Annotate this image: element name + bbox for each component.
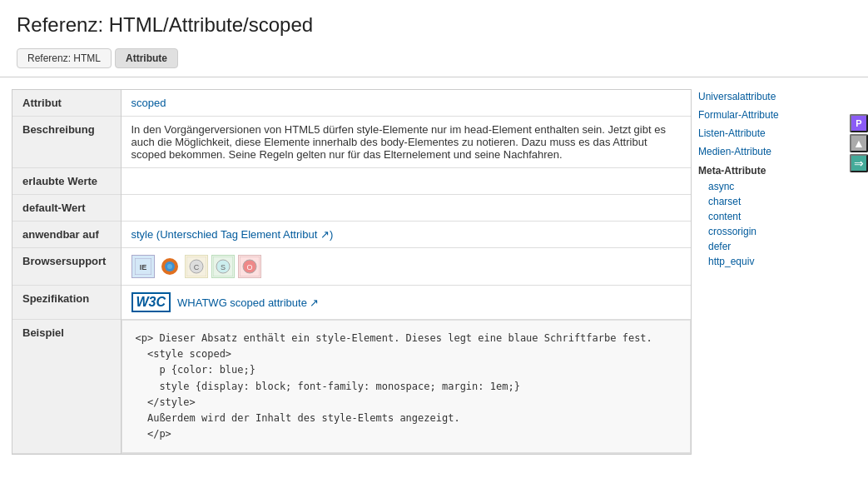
chrome-icon: C <box>185 255 208 278</box>
table-row-werte: erlaubte Werte <box>12 168 691 195</box>
attribute-table: Attribut scoped Beschreibung In den Vorg… <box>12 90 691 454</box>
label-browser: Browsersupport <box>12 248 121 286</box>
table-row-beispiel: Beispiel <p> Dieser Absatz enthält ein s… <box>12 320 691 454</box>
arrow-button[interactable]: ⇒ <box>850 154 868 172</box>
sidebar-sub-async[interactable]: async <box>698 179 843 194</box>
table-row-spezifikation: Spezifikation W3C WHATWG scoped attribut… <box>12 286 691 320</box>
value-spezifikation: W3C WHATWG scoped attribute ↗ <box>121 286 691 320</box>
sidebar-section-universal: Universalattribute <box>698 89 843 104</box>
label-attribut: Attribut <box>12 90 121 117</box>
svg-point-4 <box>167 264 172 269</box>
value-beschreibung: In den Vorgängerversionen von HTML5 dürf… <box>121 117 691 168</box>
svg-text:S: S <box>220 263 225 271</box>
table-row-beschreibung: Beschreibung In den Vorgängerversionen v… <box>12 117 691 168</box>
table-row-attribut: Attribut scoped <box>12 90 691 117</box>
label-beschreibung: Beschreibung <box>12 117 121 168</box>
safari-icon: S <box>211 255 235 278</box>
sidebar-action-icons: P ▲ ⇒ <box>850 89 868 455</box>
sidebar-sub-charset[interactable]: charset <box>698 194 843 209</box>
table-row-browser: Browsersupport IE <box>12 248 691 286</box>
label-anwendbar: anwendbar auf <box>12 222 121 248</box>
label-werte: erlaubte Werte <box>12 168 121 195</box>
label-beispiel: Beispiel <box>12 320 121 454</box>
svg-text:O: O <box>246 263 252 271</box>
sidebar-section-medien: Medien-Attribute <box>698 144 843 159</box>
value-beispiel: <p> Dieser Absatz enthält ein style-Elem… <box>121 320 691 454</box>
whatwg-link[interactable]: WHATWG scoped attribute ↗ <box>177 296 319 309</box>
browser-icons: IE <box>131 255 682 278</box>
sidebar-link-medien[interactable]: Medien-Attribute <box>698 144 843 159</box>
w3c-badge: W3C WHATWG scoped attribute ↗ <box>131 292 320 312</box>
scoped-link[interactable]: scoped <box>131 97 166 109</box>
value-anwendbar: style (Unterschied Tag Element Attribut … <box>121 222 691 248</box>
ie-icon: IE <box>131 255 155 278</box>
label-spezifikation: Spezifikation <box>12 286 121 320</box>
table-row-anwendbar: anwendbar auf style (Unterschied Tag Ele… <box>12 222 691 248</box>
sidebar-section-listen: Listen-Attribute <box>698 126 843 141</box>
value-attribut: scoped <box>121 90 691 117</box>
sidebar-section-meta: Meta-Attribute async charset content cro… <box>698 162 843 269</box>
sidebar-link-universal[interactable]: Universalattribute <box>698 89 843 104</box>
right-sidebar: Universalattribute Formular-Attribute Li… <box>692 89 850 455</box>
breadcrumb-item-attribute[interactable]: Attribute <box>115 48 178 68</box>
svg-text:IE: IE <box>139 263 146 271</box>
example-code: <p> Dieser Absatz enthält ein style-Elem… <box>122 320 692 453</box>
opera-icon: O <box>238 255 261 278</box>
label-default: default-Wert <box>12 195 121 222</box>
unterschied-link[interactable]: (Unterschied Tag Element Attribut ↗) <box>156 228 333 241</box>
p-button[interactable]: P <box>850 114 868 132</box>
value-browser: IE <box>121 248 691 286</box>
firefox-icon <box>158 255 181 278</box>
sidebar-sub-crossorigin[interactable]: crossorigin <box>698 224 843 239</box>
sidebar-sub-content[interactable]: content <box>698 209 843 224</box>
page-header: Referenz: HTML/Attribute/scoped Referenz… <box>0 0 868 77</box>
breadcrumb-item-html[interactable]: Referenz: HTML <box>17 48 112 68</box>
breadcrumb: Referenz: HTML Attribute <box>17 48 851 68</box>
sidebar-link-listen[interactable]: Listen-Attribute <box>698 126 843 141</box>
table-row-default: default-Wert <box>12 195 691 222</box>
value-werte <box>121 168 691 195</box>
sidebar-sub-defer[interactable]: defer <box>698 239 843 254</box>
value-default <box>121 195 691 222</box>
sidebar-section-formular: Formular-Attribute <box>698 107 843 122</box>
svg-text:C: C <box>193 263 199 271</box>
sidebar-meta-title: Meta-Attribute <box>698 162 843 179</box>
main-layout: Attribut scoped Beschreibung In den Vorg… <box>0 77 868 455</box>
up-button[interactable]: ▲ <box>850 134 868 152</box>
style-link[interactable]: style <box>131 228 154 241</box>
sidebar-sub-http-equiv[interactable]: http_equiv <box>698 254 843 269</box>
sidebar-link-formular[interactable]: Formular-Attribute <box>698 107 843 122</box>
page-title: Referenz: HTML/Attribute/scoped <box>17 13 851 37</box>
content-area: Attribut scoped Beschreibung In den Vorg… <box>12 89 692 455</box>
w3c-logo: W3C <box>131 292 171 312</box>
